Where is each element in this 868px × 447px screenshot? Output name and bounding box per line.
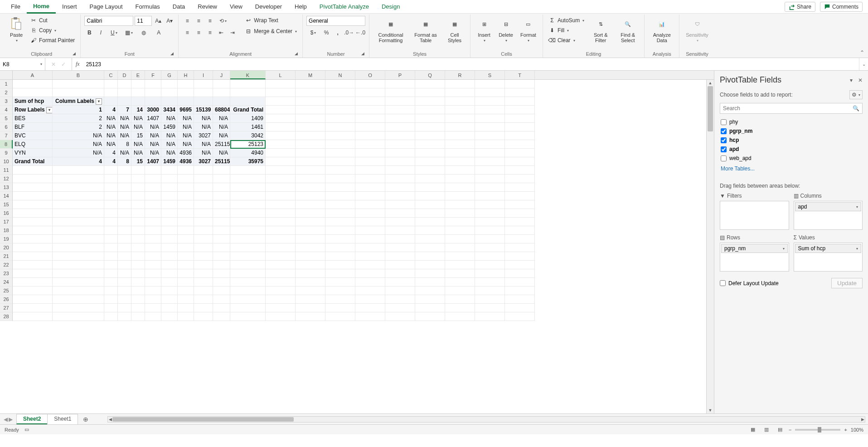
cell-P26[interactable] (385, 295, 415, 304)
cell-B1[interactable] (53, 80, 104, 88)
cell-N11[interactable] (325, 166, 355, 175)
cell-D26[interactable] (118, 295, 131, 304)
cell-M18[interactable] (296, 226, 325, 235)
pivot-field-pgrp_nm[interactable]: pgrp_nm (720, 126, 863, 136)
cell-J1[interactable] (213, 80, 230, 88)
cell-F3[interactable] (145, 97, 161, 106)
cell-I8[interactable]: N/A (194, 140, 213, 149)
col-header-T[interactable]: T (505, 71, 535, 79)
cell-S16[interactable] (475, 209, 505, 218)
cell-O9[interactable] (355, 149, 385, 157)
cell-T12[interactable] (505, 175, 535, 183)
cell-E23[interactable] (131, 269, 145, 278)
cell-E25[interactable] (131, 287, 145, 295)
cell-E19[interactable] (131, 235, 145, 243)
cell-F9[interactable]: N/A (145, 149, 161, 157)
cell-D22[interactable] (118, 261, 131, 269)
cell-L20[interactable] (266, 243, 296, 252)
cell-Q23[interactable] (415, 269, 445, 278)
cell-Q14[interactable] (415, 192, 445, 200)
borders-button[interactable]: ▦ ▾ (122, 28, 136, 38)
row-header-5[interactable]: 5 (0, 114, 13, 123)
cell-S4[interactable] (475, 106, 505, 114)
cell-S10[interactable] (475, 157, 505, 166)
col-header-P[interactable]: P (385, 71, 415, 79)
pivot-area-item[interactable]: pgrp_nm▾ (721, 244, 788, 253)
cell-T21[interactable] (505, 252, 535, 261)
cell-N25[interactable] (325, 287, 355, 295)
cell-H22[interactable] (178, 261, 194, 269)
zoom-slider[interactable] (795, 429, 840, 431)
cell-G7[interactable]: N/A (161, 131, 178, 140)
cell-E7[interactable]: 15 (131, 131, 145, 140)
cell-F15[interactable] (145, 200, 161, 209)
cell-R26[interactable] (445, 295, 475, 304)
cell-P19[interactable] (385, 235, 415, 243)
cell-O28[interactable] (355, 312, 385, 321)
cell-I11[interactable] (194, 166, 213, 175)
pivot-area-item[interactable]: apd▾ (795, 202, 862, 211)
cell-K16[interactable] (230, 209, 266, 218)
cell-F26[interactable] (145, 295, 161, 304)
cell-H13[interactable] (178, 183, 194, 192)
cell-B6[interactable]: 2 (53, 123, 104, 131)
cell-M3[interactable] (296, 97, 325, 106)
cell-L12[interactable] (266, 175, 296, 183)
cell-S13[interactable] (475, 183, 505, 192)
cell-G10[interactable]: 1459 (161, 157, 178, 166)
cell-D12[interactable] (118, 175, 131, 183)
cell-T8[interactable] (505, 140, 535, 149)
cell-P18[interactable] (385, 226, 415, 235)
row-header-7[interactable]: 7 (0, 131, 13, 140)
cell-A15[interactable] (13, 200, 53, 209)
align-bottom-button[interactable]: ≡ (205, 16, 215, 26)
cell-B19[interactable] (53, 235, 104, 243)
cell-H26[interactable] (178, 295, 194, 304)
format-painter-button[interactable]: 🖌Format Painter (28, 36, 77, 45)
col-header-R[interactable]: R (445, 71, 475, 79)
pivot-field-checkbox[interactable] (721, 137, 727, 143)
cell-I21[interactable] (194, 252, 213, 261)
conditional-formatting-button[interactable]: ▦Conditional Formatting (373, 16, 408, 44)
format-as-table-button[interactable]: ▦Format as Table (410, 16, 441, 44)
tab-insert[interactable]: Insert (56, 0, 83, 13)
cell-K6[interactable]: 1461 (230, 123, 266, 131)
pivot-menu-button[interactable]: ▾ (850, 77, 853, 83)
cell-G2[interactable] (161, 88, 178, 97)
cell-M28[interactable] (296, 312, 325, 321)
row-header-20[interactable]: 20 (0, 243, 13, 252)
cell-Q28[interactable] (415, 312, 445, 321)
cell-T20[interactable] (505, 243, 535, 252)
cell-L15[interactable] (266, 200, 296, 209)
find-select-button[interactable]: 🔍Find & Select (615, 16, 640, 44)
cell-N14[interactable] (325, 192, 355, 200)
cell-R23[interactable] (445, 269, 475, 278)
cell-Q26[interactable] (415, 295, 445, 304)
cell-S14[interactable] (475, 192, 505, 200)
cell-styles-button[interactable]: ▦Cell Styles (443, 16, 466, 44)
row-header-15[interactable]: 15 (0, 200, 13, 209)
cell-C14[interactable] (104, 192, 118, 200)
cell-T13[interactable] (505, 183, 535, 192)
col-header-N[interactable]: N (325, 71, 355, 79)
cell-F4[interactable]: 3000 (145, 106, 161, 114)
cell-A17[interactable] (13, 218, 53, 226)
cell-O17[interactable] (355, 218, 385, 226)
cell-J19[interactable] (213, 235, 230, 243)
cell-H7[interactable]: N/A (178, 131, 194, 140)
underline-button[interactable]: U ▾ (107, 28, 121, 38)
cell-Q5[interactable] (415, 114, 445, 123)
pivot-field-hcp[interactable]: hcp (720, 136, 863, 145)
cell-L9[interactable] (266, 149, 296, 157)
row-header-12[interactable]: 12 (0, 175, 13, 183)
pivot-field-checkbox[interactable] (721, 155, 727, 161)
cell-N9[interactable] (325, 149, 355, 157)
cell-L16[interactable] (266, 209, 296, 218)
cell-A2[interactable] (13, 88, 53, 97)
horizontal-scrollbar[interactable]: ◀ ▶ (107, 416, 865, 423)
cell-G26[interactable] (161, 295, 178, 304)
cell-E18[interactable] (131, 226, 145, 235)
cell-F27[interactable] (145, 304, 161, 312)
tab-home[interactable]: Home (27, 0, 56, 14)
cell-L23[interactable] (266, 269, 296, 278)
